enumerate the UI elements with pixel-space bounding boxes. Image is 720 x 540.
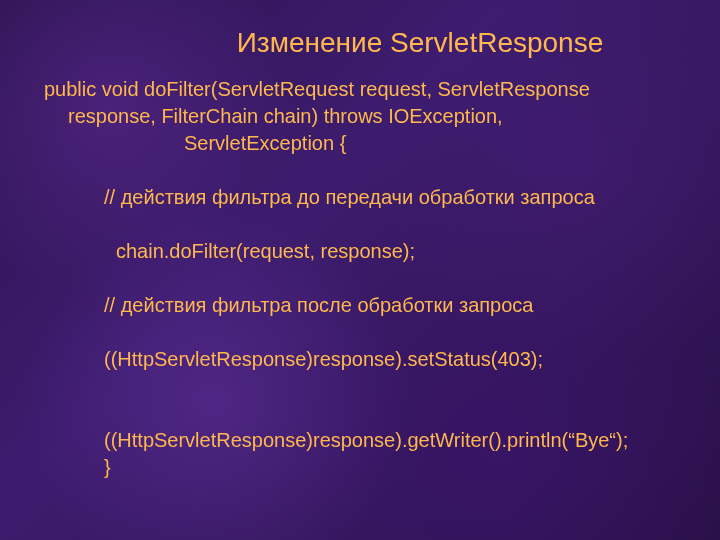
code-line: ServletException { [44,130,676,157]
code-line: chain.doFilter(request, response); [44,238,676,265]
code-line: } [44,454,676,481]
code-line: // действия фильтра до передачи обработк… [44,184,676,211]
code-block: public void doFilter(ServletRequest requ… [0,76,720,481]
code-line: ((HttpServletResponse)response).getWrite… [44,427,676,454]
slide-title: Изменение ServletResponse [160,0,720,76]
code-line: // действия фильтра после обработки запр… [44,292,676,319]
code-line: ((HttpServletResponse)response).setStatu… [44,346,676,373]
code-line: response, FilterChain chain) throws IOEx… [44,103,676,130]
code-line: public void doFilter(ServletRequest requ… [44,76,676,103]
